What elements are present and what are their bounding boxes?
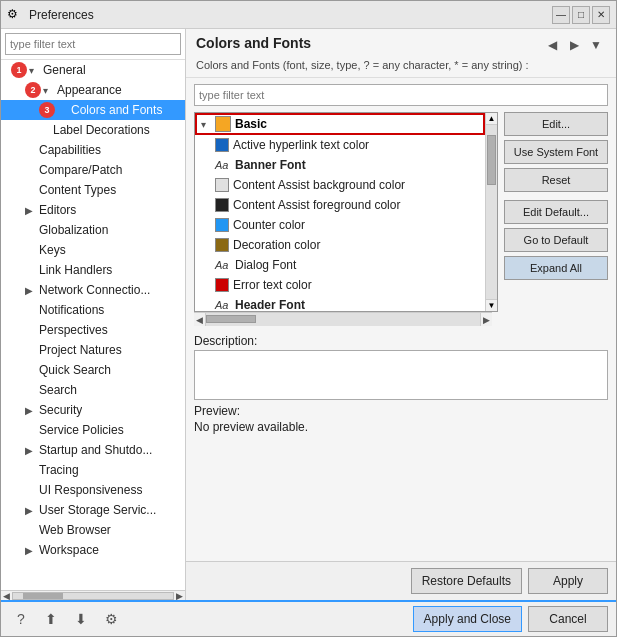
hscroll-left-btn[interactable]: ◀ — [3, 591, 10, 601]
badge-1: 1 — [11, 62, 27, 78]
basic-group-header[interactable]: ▾ Basic — [195, 113, 485, 135]
sidebar-item-workspace[interactable]: ▶ Workspace — [1, 540, 185, 560]
sidebar-label-persp: Perspectives — [39, 323, 108, 337]
color-label-dialog: Dialog Font — [235, 258, 296, 272]
sidebar-item-project-natures[interactable]: Project Natures — [1, 340, 185, 360]
sidebar-item-colors-fonts[interactable]: 3 Colors and Fonts — [1, 100, 185, 120]
colors-area: ▾ Basic Active hyperlink text color — [194, 112, 608, 312]
color-item-content-assist-bg[interactable]: Content Assist background color — [195, 175, 485, 195]
sidebar-item-notifications[interactable]: Notifications — [1, 300, 185, 320]
sidebar-filter-input[interactable] — [5, 33, 181, 55]
hscroll-left[interactable]: ◀ — [194, 313, 206, 326]
hscroll-thumb — [206, 315, 256, 323]
sidebar-item-web-browser[interactable]: Web Browser — [1, 520, 185, 540]
color-item-error[interactable]: Error text color — [195, 275, 485, 295]
color-swatch-hyperlink — [215, 138, 229, 152]
reset-button[interactable]: Reset — [504, 168, 608, 192]
color-label-ca-fg: Content Assist foreground color — [233, 198, 400, 212]
sidebar-item-keys[interactable]: Keys — [1, 240, 185, 260]
use-system-font-button[interactable]: Use System Font — [504, 140, 608, 164]
hscroll-right[interactable]: ▶ — [480, 313, 492, 326]
color-item-counter[interactable]: Counter color — [195, 215, 485, 235]
hscroll-track[interactable] — [206, 313, 480, 326]
color-label-counter: Counter color — [233, 218, 305, 232]
arrow-editors: ▶ — [25, 205, 39, 216]
vscroll-thumb — [487, 135, 496, 185]
sidebar-hscroll[interactable]: ◀ ▶ — [1, 590, 185, 600]
sidebar-item-appearance[interactable]: 2 ▾ Appearance — [1, 80, 185, 100]
sidebar-item-globalization[interactable]: Globalization — [1, 220, 185, 240]
colors-tree-container: ▾ Basic Active hyperlink text color — [194, 112, 498, 312]
badge-2: 2 — [25, 82, 41, 98]
sidebar-item-security[interactable]: ▶ Security — [1, 400, 185, 420]
sidebar-item-tracing[interactable]: Tracing — [1, 460, 185, 480]
cancel-button[interactable]: Cancel — [528, 606, 608, 632]
sidebar-item-link-handlers[interactable]: Link Handlers — [1, 260, 185, 280]
sidebar-item-content-types[interactable]: Content Types — [1, 180, 185, 200]
panel-menu-button[interactable]: ▼ — [586, 35, 606, 55]
sidebar-label-ui: UI Responsiveness — [39, 483, 142, 497]
vscroll-down-btn[interactable]: ▼ — [486, 299, 497, 311]
sidebar-item-general[interactable]: 1 ▾ General — [1, 60, 185, 80]
colors-hscroll[interactable]: ◀ ▶ — [194, 312, 492, 326]
sidebar-item-service-policies[interactable]: Service Policies — [1, 420, 185, 440]
sidebar-item-network[interactable]: ▶ Network Connectio... — [1, 280, 185, 300]
color-item-decoration[interactable]: Decoration color — [195, 235, 485, 255]
back-button[interactable]: ◀ — [542, 35, 562, 55]
font-indicator-banner: Aa — [215, 159, 231, 171]
hscroll-track[interactable] — [12, 592, 174, 600]
vscroll-track[interactable] — [486, 125, 497, 299]
window-title: Preferences — [29, 8, 552, 22]
edit-button[interactable]: Edit... — [504, 112, 608, 136]
settings-button[interactable]: ⚙ — [99, 607, 123, 631]
sidebar-label-ss: Startup and Shutdo... — [39, 443, 152, 457]
sidebar-label-cp: Compare/Patch — [39, 163, 122, 177]
help-button[interactable]: ? — [9, 607, 33, 631]
import-button[interactable]: ⬆ — [39, 607, 63, 631]
maximize-button[interactable]: □ — [572, 6, 590, 24]
preferences-window: ⚙ Preferences — □ ✕ 1 ▾ General 2 — [0, 0, 617, 637]
sidebar-item-search[interactable]: Search — [1, 380, 185, 400]
colors-search-input[interactable] — [194, 84, 608, 106]
sidebar-item-user-storage[interactable]: ▶ User Storage Servic... — [1, 500, 185, 520]
sidebar-item-capabilities[interactable]: Capabilities — [1, 140, 185, 160]
color-item-header-font[interactable]: Aa Header Font — [195, 295, 485, 311]
sidebar-item-startup[interactable]: ▶ Startup and Shutdo... — [1, 440, 185, 460]
color-item-content-assist-fg[interactable]: Content Assist foreground color — [195, 195, 485, 215]
colors-vscroll[interactable]: ▲ ▼ — [485, 113, 497, 311]
bottom-left-icons: ? ⬆ ⬇ ⚙ — [9, 607, 123, 631]
minimize-button[interactable]: — — [552, 6, 570, 24]
restore-defaults-button[interactable]: Restore Defaults — [411, 568, 522, 594]
title-bar: ⚙ Preferences — □ ✕ — [1, 1, 616, 29]
sidebar-item-editors[interactable]: ▶ Editors — [1, 200, 185, 220]
sidebar-label-label-dec: Label Decorations — [53, 123, 150, 137]
colors-tree: ▾ Basic Active hyperlink text color — [195, 113, 485, 311]
apply-button[interactable]: Apply — [528, 568, 608, 594]
color-swatch-error — [215, 278, 229, 292]
sidebar-label-notif: Notifications — [39, 303, 104, 317]
close-button[interactable]: ✕ — [592, 6, 610, 24]
sidebar-item-ui-resp[interactable]: UI Responsiveness — [1, 480, 185, 500]
expand-all-button[interactable]: Expand All — [504, 256, 608, 280]
sidebar-label-sec: Security — [39, 403, 82, 417]
hscroll-right-btn[interactable]: ▶ — [176, 591, 183, 601]
sidebar-item-perspectives[interactable]: Perspectives — [1, 320, 185, 340]
export-button[interactable]: ⬇ — [69, 607, 93, 631]
edit-default-button[interactable]: Edit Default... — [504, 200, 608, 224]
color-item-dialog-font[interactable]: Aa Dialog Font — [195, 255, 485, 275]
go-to-default-button[interactable]: Go to Default — [504, 228, 608, 252]
color-swatch-counter — [215, 218, 229, 232]
color-label-banner: Banner Font — [235, 158, 306, 172]
color-item-banner-font[interactable]: Aa Banner Font — [195, 155, 485, 175]
sidebar-item-label-decorations[interactable]: Label Decorations — [1, 120, 185, 140]
forward-button[interactable]: ▶ — [564, 35, 584, 55]
app-icon: ⚙ — [7, 7, 23, 23]
apply-and-close-button[interactable]: Apply and Close — [413, 606, 522, 632]
sidebar-item-quick-search[interactable]: Quick Search — [1, 360, 185, 380]
vscroll-up-btn[interactable]: ▲ — [486, 113, 497, 125]
sidebar-label-keys: Keys — [39, 243, 66, 257]
arrow-general: ▾ — [29, 65, 43, 76]
sidebar-item-compare-patch[interactable]: Compare/Patch — [1, 160, 185, 180]
sidebar-label-appearance: Appearance — [57, 83, 122, 97]
color-item-active-hyperlink[interactable]: Active hyperlink text color — [195, 135, 485, 155]
